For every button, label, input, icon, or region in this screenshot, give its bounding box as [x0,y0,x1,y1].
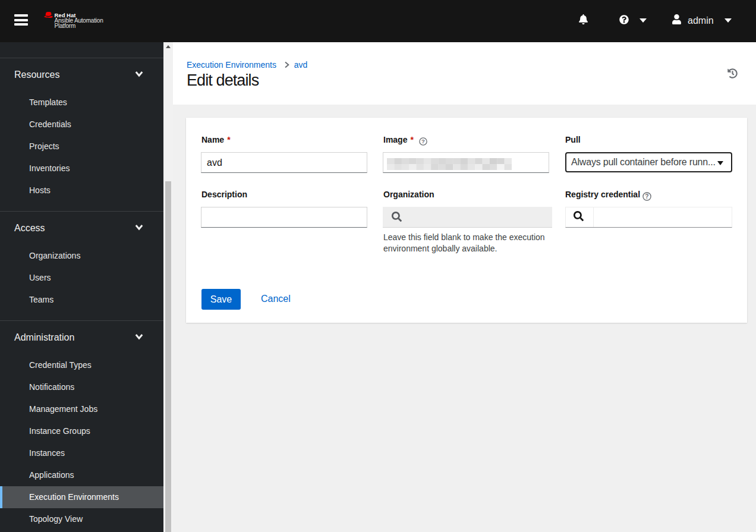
svg-text:?: ? [421,138,425,144]
svg-text:?: ? [645,193,648,200]
